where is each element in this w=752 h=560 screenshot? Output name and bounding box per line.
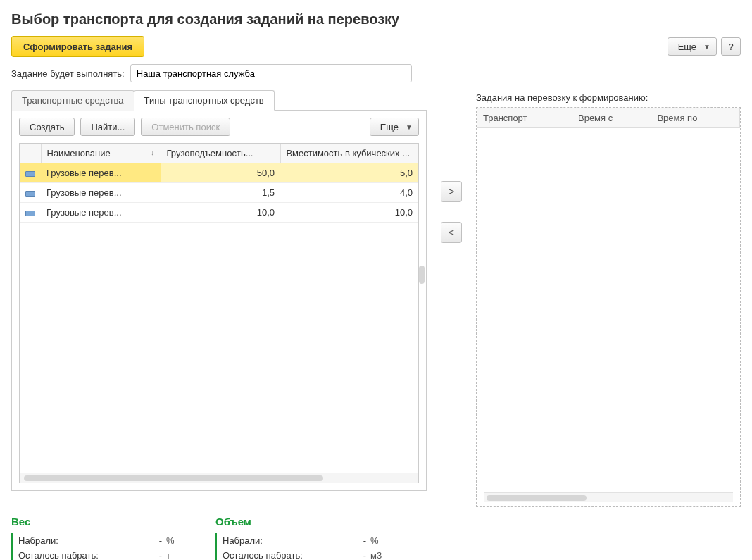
right-panel-label: Задания на перевозку к формированию: — [476, 89, 741, 103]
move-left-button[interactable]: < — [441, 222, 462, 243]
find-button[interactable]: Найти... — [80, 118, 135, 136]
vertical-scrollbar[interactable] — [419, 266, 425, 284]
assignee-label: Задание будет выполнять: — [11, 68, 125, 79]
volume-title: Объем — [215, 516, 391, 528]
column-volume[interactable]: Вместимость в кубических ... — [280, 144, 418, 163]
create-button[interactable]: Создать — [19, 118, 75, 136]
more-button-panel[interactable]: Еще ▼ — [370, 118, 419, 136]
table-row[interactable]: Грузовые перев... 10,0 10,0 — [20, 203, 418, 223]
move-right-button[interactable]: > — [441, 181, 462, 202]
volume-collected-label: Набрали: — [223, 535, 345, 546]
form-tasks-button[interactable]: Сформировать задания — [11, 36, 144, 57]
volume-remaining-value: - — [345, 550, 366, 560]
weight-remaining-label: Осталось набрать: — [18, 550, 141, 560]
cell-capacity: 1,5 — [161, 183, 280, 203]
assignee-input[interactable] — [130, 64, 412, 82]
cancel-search-button[interactable]: Отменить поиск — [141, 118, 230, 136]
chevron-down-icon: ▼ — [703, 43, 710, 51]
column-name[interactable]: Наименование ↓ — [41, 144, 161, 163]
cell-name: Грузовые перев... — [41, 203, 161, 223]
column-capacity[interactable]: Грузоподъемность... — [161, 144, 280, 163]
cell-volume: 4,0 — [280, 183, 418, 203]
weight-title: Вес — [11, 516, 187, 528]
weight-remaining-value: - — [141, 550, 162, 560]
table-row[interactable]: Грузовые перев... 1,5 4,0 — [20, 183, 418, 203]
chevron-down-icon: ▼ — [406, 123, 413, 131]
cell-name: Грузовые перев... — [41, 163, 161, 183]
column-time-to[interactable]: Время по — [651, 108, 740, 128]
sort-down-icon: ↓ — [151, 148, 155, 156]
cell-capacity: 10,0 — [161, 203, 280, 223]
tab-vehicle-types[interactable]: Типы транспортных средств — [134, 90, 275, 111]
cell-capacity: 50,0 — [161, 163, 280, 183]
column-name-label: Наименование — [47, 148, 111, 158]
weight-remaining-unit: т — [166, 550, 187, 560]
table-row[interactable]: Грузовые перев... 50,0 5,0 — [20, 163, 418, 183]
cell-volume: 10,0 — [280, 203, 418, 223]
column-icon[interactable] — [20, 144, 41, 163]
more-label: Еще — [678, 42, 696, 52]
item-icon — [25, 171, 35, 177]
weight-collected-value: - — [141, 535, 162, 546]
volume-collected-unit: % — [370, 535, 391, 546]
more-button-top[interactable]: Еще ▼ — [668, 37, 717, 56]
weight-collected-label: Набрали: — [18, 535, 141, 546]
weight-collected-unit: % — [166, 535, 187, 546]
volume-remaining-unit: м3 — [370, 550, 391, 560]
tab-vehicles[interactable]: Транспортные средства — [11, 90, 134, 111]
cell-volume: 5,0 — [280, 163, 418, 183]
volume-remaining-label: Осталось набрать: — [223, 550, 345, 560]
column-time-from[interactable]: Время с — [572, 108, 651, 128]
cell-name: Грузовые перев... — [41, 183, 161, 203]
column-transport[interactable]: Транспорт — [477, 108, 572, 128]
page-title: Выбор транспорта для создания заданий на… — [11, 11, 741, 27]
help-button[interactable]: ? — [721, 37, 741, 56]
item-icon — [25, 191, 35, 197]
horizontal-scrollbar[interactable] — [20, 473, 418, 483]
more-panel-label: Еще — [380, 122, 399, 132]
volume-collected-value: - — [345, 535, 366, 546]
item-icon — [25, 211, 35, 216]
horizontal-scrollbar-right[interactable] — [484, 492, 733, 502]
